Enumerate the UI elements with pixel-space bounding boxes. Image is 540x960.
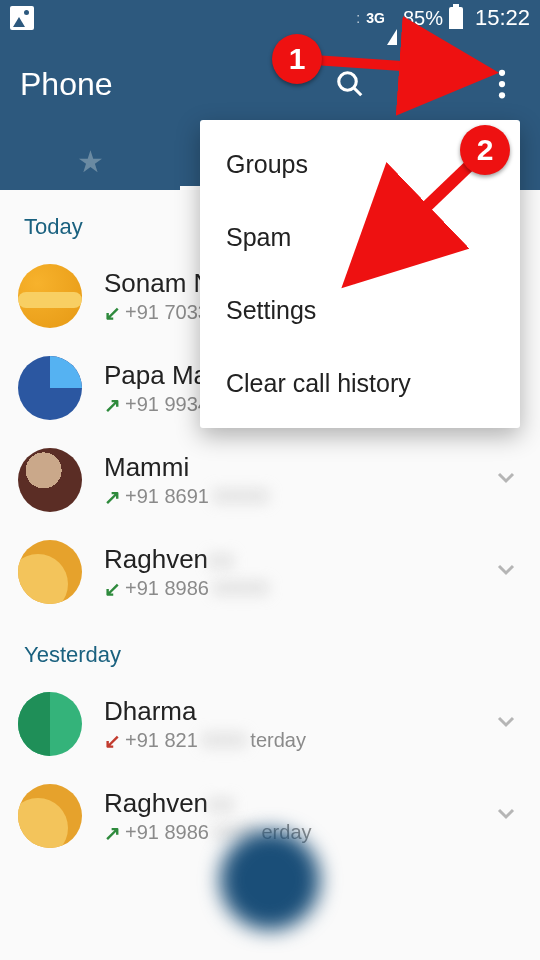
expand-button[interactable]	[490, 801, 522, 832]
redacted: 0000	[202, 729, 247, 752]
tab-favorites[interactable]: ★	[0, 132, 180, 190]
network-type: 3G	[366, 10, 385, 26]
avatar	[18, 692, 82, 756]
chevron-down-icon	[494, 801, 518, 825]
redacted: 00000	[213, 485, 269, 508]
call-name: Dharma	[104, 696, 490, 727]
star-icon: ★	[77, 144, 104, 179]
battery-percent: 85%	[403, 7, 443, 30]
signal-icon	[387, 7, 397, 30]
call-name: Raghven	[104, 544, 208, 574]
call-number: +91 8986	[125, 821, 209, 844]
incoming-arrow-icon: ↙	[104, 577, 121, 601]
annotation-arrow-1	[314, 50, 514, 94]
app-title: Phone	[20, 66, 113, 103]
incoming-arrow-icon: ↙	[104, 301, 121, 325]
avatar	[18, 448, 82, 512]
call-row[interactable]: Mammi ↗ +91 8691 00000	[0, 434, 540, 526]
call-name: Raghven	[104, 788, 208, 818]
chevron-down-icon	[494, 557, 518, 581]
svg-line-9	[350, 165, 470, 280]
call-number: +91 9934	[125, 393, 209, 416]
outgoing-arrow-icon: ↗	[104, 485, 121, 509]
missed-arrow-icon: ↙	[104, 729, 121, 753]
menu-item-clear-history[interactable]: Clear call history	[200, 347, 520, 420]
redacted: 00000	[213, 577, 269, 600]
avatar	[18, 540, 82, 604]
outgoing-arrow-icon: ↗	[104, 821, 121, 845]
call-row[interactable]: Dharma ↙ +91 821 0000 terday	[0, 678, 540, 770]
outgoing-arrow-icon: ↗	[104, 393, 121, 417]
chevron-down-icon	[494, 709, 518, 733]
notification-image-icon	[10, 6, 34, 30]
avatar	[18, 356, 82, 420]
chevron-down-icon	[494, 465, 518, 489]
annotation-arrow-2	[335, 160, 495, 304]
redacted: xx	[208, 544, 234, 574]
avatar	[18, 264, 82, 328]
call-number: +91 8986	[125, 577, 209, 600]
battery-icon	[449, 7, 463, 29]
section-label-yesterday: Yesterday	[0, 618, 540, 678]
redacted: xx	[208, 788, 234, 818]
call-row[interactable]: Raghvenxx ↙ +91 8986 00000	[0, 526, 540, 618]
call-number: +91 821	[125, 729, 198, 752]
dialer-fab[interactable]	[220, 830, 320, 930]
svg-line-8	[314, 60, 489, 72]
call-number: +91 8691	[125, 485, 209, 508]
expand-button[interactable]	[490, 557, 522, 588]
annotation-callout-2: 2	[460, 125, 510, 175]
call-time-suffix: terday	[250, 729, 306, 752]
clock: 15:22	[475, 5, 530, 31]
expand-button[interactable]	[490, 465, 522, 496]
avatar	[18, 784, 82, 848]
status-bar: : 3G 85% 15:22	[0, 0, 540, 36]
expand-button[interactable]	[490, 709, 522, 740]
call-name: Mammi	[104, 452, 490, 483]
annotation-callout-1: 1	[272, 34, 322, 84]
